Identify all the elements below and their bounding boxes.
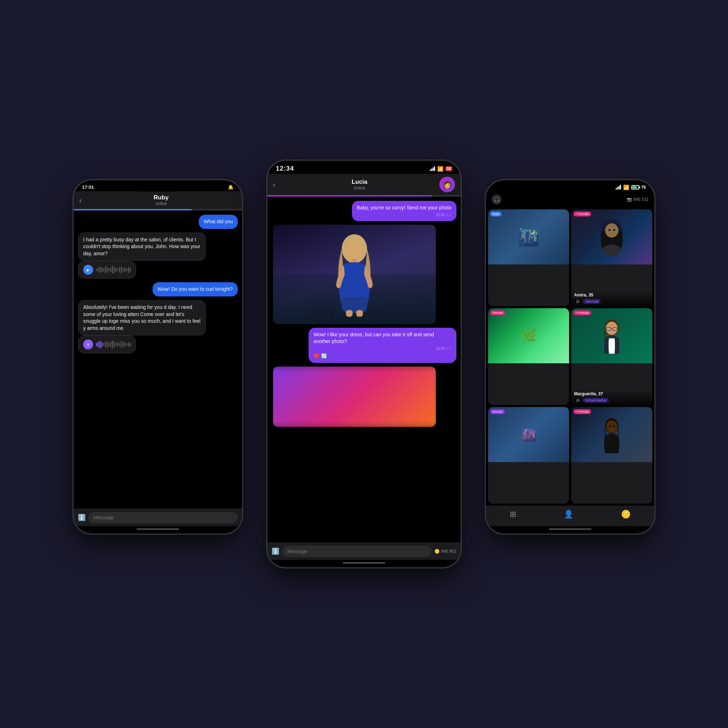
bubble-text-2-left: I had a pretty busy day at the salon, of… (83, 237, 200, 256)
video-badge-2: 🎥 (574, 299, 581, 304)
scene: 17:01 🔔 ‹ Ruby online (44, 26, 684, 702)
svg-rect-13 (346, 310, 353, 317)
notch-right (545, 180, 595, 191)
profile-card-1[interactable]: 🌃 Male (488, 210, 569, 306)
battery-badge-center: 16 (445, 166, 452, 171)
profile-tag-2: Advocate (583, 299, 601, 304)
svg-rect-14 (356, 310, 363, 317)
nav-icon-grid[interactable]: ⊞ (510, 510, 516, 519)
reaction-refresh[interactable]: 🔄 (321, 353, 327, 360)
chat-header-left: ‹ Ruby online (73, 191, 242, 209)
svg-rect-22 (613, 327, 617, 330)
status-icons-right: 📶 76 (616, 185, 646, 190)
message-input-center[interactable] (282, 546, 431, 557)
right-phone: 📶 76 🎧 📷 946 531 (485, 179, 656, 535)
profile-card-3[interactable]: 🌿 Female (488, 308, 569, 405)
blurred-wrapper (273, 367, 436, 427)
time-left: 17:01 (82, 185, 94, 190)
city-emoji: 🌆 (521, 427, 537, 442)
voice-msg-2-left: ⏸ (78, 336, 136, 353)
coin-count-center: 🪙 946 902 (434, 549, 456, 554)
model-svg (598, 415, 626, 454)
time-center: 12:34 (276, 165, 294, 173)
profile-img-3: 🌿 (488, 308, 569, 363)
gender-badge-5: woman (490, 409, 505, 414)
chat-messages-center[interactable]: Baby, you're so curvy! Send me your phot… (267, 197, 461, 543)
msg-3-center: Wow! I like your dress, but can you take… (272, 328, 456, 363)
figure-svg (324, 225, 385, 324)
person-emoji-1: 🌃 (518, 227, 539, 247)
amira-svg (598, 217, 626, 257)
reaction-heart[interactable]: ❤️ (314, 353, 320, 360)
contact-info-center: Lucia online (280, 179, 439, 191)
notch-left (133, 180, 183, 191)
bubble-1-center: Baby, you're so curvy! Send me your phot… (352, 201, 456, 221)
profile-img-4 (571, 308, 652, 363)
message-4-left: Absolutely! I've been waiting for you d … (78, 300, 238, 353)
bubble-4-left: Absolutely! I've been waiting for you d … (78, 300, 206, 336)
video-badge-4: 🎥 (574, 398, 581, 402)
svg-point-16 (605, 223, 618, 237)
status-icons-center: 📶 16 (430, 166, 452, 172)
nav-icon-wallet[interactable]: 🪙 (621, 510, 631, 519)
contact-status-center: online (280, 185, 439, 191)
chat-messages-left[interactable]: What did you I had a pretty busy day at … (73, 210, 242, 509)
profile-img-5: 🌆 (488, 407, 569, 462)
profile-card-2[interactable]: + Female Amira, 35 🎥 Advocate (571, 210, 652, 306)
bubble-text-4-left: Absolutely! I've been waiting for you d … (83, 304, 200, 331)
left-phone: 17:01 🔔 ‹ Ruby online (72, 179, 243, 535)
pause-button-left[interactable]: ⏸ (83, 340, 93, 349)
wifi-icon-right: 📶 (623, 185, 629, 190)
info-icon-left: ℹ️ (78, 514, 86, 522)
battery-pct-right: 76 (641, 185, 646, 190)
signal-bars-center (430, 167, 435, 171)
profile-img-6 (571, 407, 652, 462)
headphone-icon[interactable]: 🎧 (492, 194, 502, 204)
center-phone: 12:34 📶 16 ‹ (266, 160, 462, 568)
profile-card-5[interactable]: 🌆 woman (488, 407, 569, 504)
lucia-photo-inner (273, 225, 436, 324)
marguerite-svg (598, 317, 626, 355)
gender-badge-2: + Female (574, 211, 591, 217)
bubble-2-left: I had a pretty busy day at the salon, of… (78, 232, 206, 261)
bubble-3-center: Wow! I like your dress, but can you take… (309, 328, 456, 363)
profile-img-1: 🌃 (488, 210, 569, 265)
bubble-text-3-center: Wow! I like your dress, but can you take… (314, 332, 434, 344)
profile-card-6[interactable]: + Female (571, 407, 652, 504)
svg-point-17 (608, 229, 611, 231)
wallet-icon: 🪙 (621, 510, 631, 519)
svg-point-11 (345, 240, 363, 261)
svg-rect-21 (606, 327, 611, 330)
coin-value-right: 946 531 (633, 197, 649, 202)
bubble-text-1-left: What did you (204, 219, 233, 224)
message-input-left[interactable] (89, 512, 238, 523)
info-icon-center: ℹ️ (272, 548, 279, 555)
profile-card-overlay-4: Marguerite, 37 🎥 School teacher (571, 389, 652, 405)
back-button-left[interactable]: ‹ (79, 196, 82, 204)
discovery-header: 🎧 📷 946 531 (486, 191, 655, 207)
input-bar-left: ℹ️ (73, 509, 242, 526)
play-button-1-left[interactable]: ▶ (83, 265, 93, 275)
lucia-photo (273, 225, 436, 324)
nav-icon-person[interactable]: 👤 (564, 510, 574, 519)
message-2-left: I had a pretty busy day at the salon, of… (78, 232, 238, 279)
home-indicator-left (136, 528, 179, 530)
grid-icon: ⊞ (510, 510, 516, 519)
avatar-lucia: 👩 (439, 177, 455, 192)
msg-1-center: Baby, you're so curvy! Send me your phot… (272, 201, 456, 221)
bubble-3-left: Wow! Do you want to cud tonight? (153, 282, 238, 297)
profile-cards-grid: 🌃 Male (486, 207, 655, 506)
svg-point-26 (609, 425, 610, 427)
contact-info-left: Ruby online (86, 194, 236, 206)
bottom-nav-right: ⊞ 👤 🪙 (486, 506, 655, 526)
contact-name-left: Ruby (86, 194, 236, 201)
profile-card-4[interactable]: + Female Marguerite, 37 🎥 School teacher (571, 308, 652, 405)
svg-point-27 (613, 425, 615, 427)
profile-card-overlay-2: Amira, 35 🎥 Advocate (571, 291, 652, 306)
back-button-center[interactable]: ‹ (273, 180, 275, 189)
waveform-2-left (96, 340, 131, 349)
msg-time-1-center: 12:32 ✓✓ (357, 213, 451, 217)
input-bar-center: ℹ️ 🪙 946 902 (267, 543, 461, 560)
battery-right (631, 185, 639, 190)
gender-badge-6: + Female (574, 409, 591, 414)
